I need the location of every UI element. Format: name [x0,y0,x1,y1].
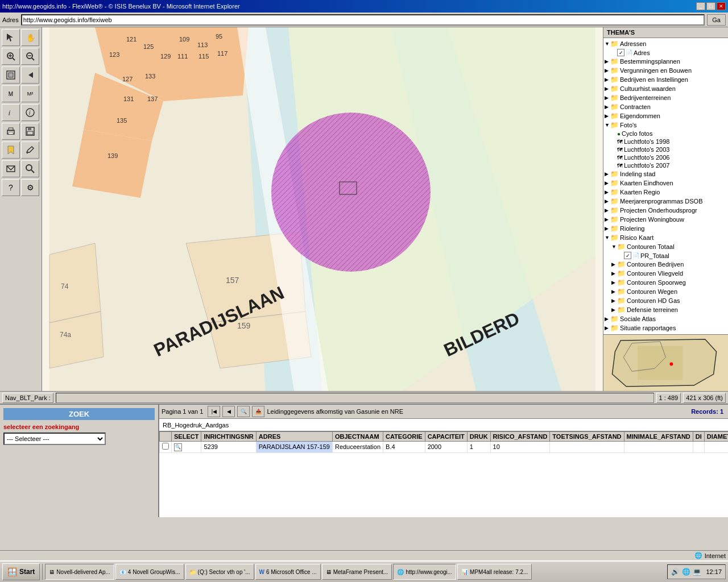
tree-item-lucht2003[interactable]: 🗺 Luchtfoto's 2003 [611,146,727,153]
maximize-button[interactable]: □ [706,2,715,10]
tree-item-contouren-totaal[interactable]: ▼ 📁 Contouren Totaal [611,242,727,251]
tree-item-projecten-woning[interactable]: ▶ 📁 Projecten Woningbouw [605,215,727,224]
title-bar-buttons: _ □ ✕ [696,2,726,10]
go-button[interactable]: Ga [707,14,726,26]
minimize-button[interactable]: _ [696,2,705,10]
svg-text:131: 131 [123,95,134,102]
tree-item-bedrijventerreinen[interactable]: ▶ 📁 Bedrijventerreinen [605,93,727,102]
tree-item-cyclo[interactable]: ● Cyclo fotos [611,130,727,138]
tree-item-projecten-onderhoud[interactable]: ▶ 📁 Projecten Onderhoudsprogr [605,206,727,215]
svg-rect-20 [27,131,33,135]
tree-item-indeling[interactable]: ▶ 📁 Indeling stad [605,169,727,178]
col-toetsings-afstand: TOETSINGS_AFSTAND [550,432,624,442]
tree-item-pr-totaal[interactable]: ✓ 📄 PR_Totaal [618,251,727,260]
svg-point-60 [271,113,431,272]
tree-item-adres[interactable]: ✓ 📄 Adres [611,48,727,57]
tree-item-meerjarenprogrammas[interactable]: ▶ 📁 Meerjarenprogrammas DSOB [605,197,727,206]
edit-tool[interactable] [21,142,39,159]
svg-marker-11 [28,72,33,78]
taskbar-btn-groupwise[interactable]: 📧 4 Novell GroupWis... [115,564,184,580]
zoom-in-tool[interactable] [2,48,20,65]
taskbar-label-novell: Novell-delivered Ap... [56,569,110,575]
tree-item-sociale-atlas[interactable]: ▶ 📁 Sociale Atlas [605,314,727,323]
bookmark-tool[interactable] [2,142,20,159]
data-export-btn[interactable]: 📤 [252,406,264,417]
tree-item-risico[interactable]: ▼ 📁 Risico Kaart [605,233,727,242]
svg-marker-0 [7,34,13,41]
cell-objectnaam: Reduceerstation [332,442,383,453]
help-tool[interactable]: ? [2,179,20,196]
tool-row-3 [2,66,40,84]
tree-item-contouren-spoorweg[interactable]: ▶ 📁 Contouren Spoorweg [611,278,727,287]
taskbar-btn-novell[interactable]: 🖥 Novell-delivered Ap... [45,564,114,580]
tree-item-contouren-bedrijven[interactable]: ▶ 📁 Contouren Bedrijven [611,260,727,269]
taskbar-btn-mpm[interactable]: 📊 MPM4all release: 7.2... [457,564,532,580]
taskbar-label-geogi: http://www.geogi... [406,569,452,575]
data-toolbar: Pagina 1 van 1 |◀ ◀ 🔍 📤 Leidinggegevens … [159,405,728,419]
tree-item-adressen[interactable]: ▼ 📁 Adressen [605,39,727,48]
table-row[interactable]: 🔍 5239 PARADIJSLAAN 157-159 Reduceerstat… [160,442,729,453]
taskbar-icon-ie: 🌐 [397,569,404,575]
taskbar-btn-metaframe[interactable]: 🖥 MetaFrame Present... [322,564,392,580]
tree-item-contouren-vliegveld[interactable]: ▶ 📁 Contouren Vliegveld [611,269,727,278]
pan-tool[interactable]: ✋ [21,29,39,46]
map-area[interactable]: 121 125 123 129 109 113 95 111 115 117 1… [42,27,603,391]
tree-item-lucht1998[interactable]: 🗺 Luchtfoto's 1998 [611,138,727,146]
tree-item-riolering[interactable]: ▶ 📁 Riolering [605,224,727,233]
tray-icon-2: 🌐 [682,568,690,576]
info-tool[interactable]: i [21,104,39,121]
tree-item-kaarten-regio[interactable]: ▶ 📁 Kaarten Regio [605,188,727,197]
tree-item-lucht2007[interactable]: 🗺 Luchtfoto's 2007 [611,161,727,169]
tree-item-vergunningen[interactable]: ▶ 📁 Vergunningen en Bouwen [605,66,727,75]
svg-line-3 [13,58,15,60]
tree-item-defensie[interactable]: ▶ 📁 Defensie terreinen [611,305,727,314]
tree-item-contouren-wegen[interactable]: ▶ 📁 Contouren Wegen [611,287,727,296]
tree-item-lucht2006[interactable]: 🗺 Luchtfoto's 2006 [611,153,727,161]
prev-extent-tool[interactable] [21,66,39,84]
select-tool[interactable] [2,29,20,46]
address-input[interactable] [21,14,705,26]
row-checkbox[interactable] [162,443,169,450]
tree-item-bedrijven[interactable]: ▶ 📁 Bedrijven en Instellingen [605,75,727,84]
tray-icon-1: 🔊 [671,568,680,576]
svg-text:137: 137 [147,95,158,102]
taskbar-icon-word: W [259,569,264,575]
tree-item-cultuur[interactable]: ▶ 📁 Cultuurhist.waarden [605,84,727,93]
save-tool[interactable] [21,123,39,140]
taskbar-label-sector: (Q:) Sector vth op '... [198,569,250,575]
cell-capaciteit: 2000 [425,442,467,453]
dimensions-status: 421 x 306 (ft) [683,393,726,403]
col-druk: DRUK [467,432,490,442]
start-button[interactable]: 🪟 Start [2,563,40,580]
full-extent-tool[interactable] [2,66,20,84]
taskbar-btn-word[interactable]: W 6 Microsoft Office ... [255,564,321,580]
measure-area-tool[interactable]: M [2,85,20,102]
taskbar-btn-geogi[interactable]: 🌐 http://www.geogi... [393,564,456,580]
identify-tool[interactable]: i [2,104,20,121]
data-select-btn[interactable]: 🔍 [237,406,250,417]
data-first-btn[interactable]: |◀ [208,406,220,417]
row-select-button[interactable]: 🔍 [174,443,182,451]
themes-tree[interactable]: ▼ 📁 Adressen ✓ 📄 Adres ▶ 📁 Bestemmingspl… [603,38,728,334]
tree-item-contracten[interactable]: ▶ 📁 Contracten [605,102,727,111]
search-tool[interactable] [21,160,39,177]
taskbar-btn-sector[interactable]: 📁 (Q:) Sector vth op '... [185,564,254,580]
data-table-container[interactable]: SELECT INRICHTINGSNR ADRES OBJECTNAAM CA… [159,431,728,517]
tool-row-1: ✋ [2,29,40,46]
minimap[interactable] [603,334,728,391]
measure-tool[interactable]: M² [21,85,39,102]
settings-tool[interactable]: ⚙ [21,179,39,196]
tree-item-bestemmingsplannen[interactable]: ▶ 📁 Bestemmingsplannen [605,57,727,66]
search-select[interactable]: --- Selecteer --- Adres Perceel Postcode [3,433,106,445]
col-select-btn: SELECT [172,432,201,442]
tree-item-situatie[interactable]: ▶ 📁 Situatie rapportages [605,323,727,332]
tree-item-kaarten-eindhoven[interactable]: ▶ 📁 Kaarten Eindhoven [605,178,727,188]
zoom-out-tool[interactable] [21,48,39,65]
close-button[interactable]: ✕ [717,2,726,10]
email-tool[interactable] [2,160,20,177]
tree-item-eigendommen[interactable]: ▶ 📁 Eigendommen [605,111,727,120]
print-tool[interactable] [2,123,20,140]
tree-item-fotos[interactable]: ▼ 📁 Foto's [605,120,727,130]
tree-item-contouren-hd-gas[interactable]: ▶ 📁 Contouren HD Gas [611,296,727,305]
data-prev-btn[interactable]: ◀ [222,406,235,417]
